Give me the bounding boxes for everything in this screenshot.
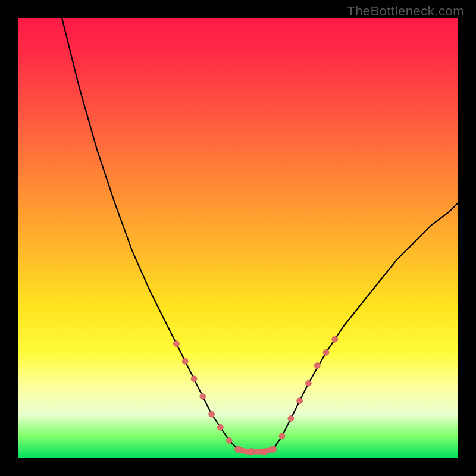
curve-marker xyxy=(279,433,285,439)
chart-frame: TheBottleneck.com xyxy=(0,0,476,476)
curve-marker xyxy=(209,411,215,417)
chart-svg xyxy=(18,18,458,458)
plot-area xyxy=(18,18,458,458)
curve-marker xyxy=(191,376,197,382)
curve-marker xyxy=(182,358,188,364)
curve-marker xyxy=(248,448,255,455)
curve-marker xyxy=(305,380,311,386)
curve-marker xyxy=(288,415,294,421)
attribution-text: TheBottleneck.com xyxy=(347,4,464,19)
curve-marker xyxy=(200,393,206,399)
curve-marker xyxy=(332,336,338,342)
curve-left-branch xyxy=(62,18,238,449)
curve-markers xyxy=(173,336,337,455)
curve-right-branch xyxy=(273,203,458,449)
curve-marker xyxy=(173,341,179,347)
curve-marker xyxy=(270,446,277,453)
curve-marker xyxy=(297,398,303,404)
curve-marker xyxy=(323,349,329,355)
curve-marker xyxy=(235,446,242,453)
curve-marker xyxy=(217,424,223,430)
curve-marker xyxy=(261,448,268,455)
curve-marker xyxy=(226,437,232,443)
curve-marker xyxy=(314,363,320,369)
